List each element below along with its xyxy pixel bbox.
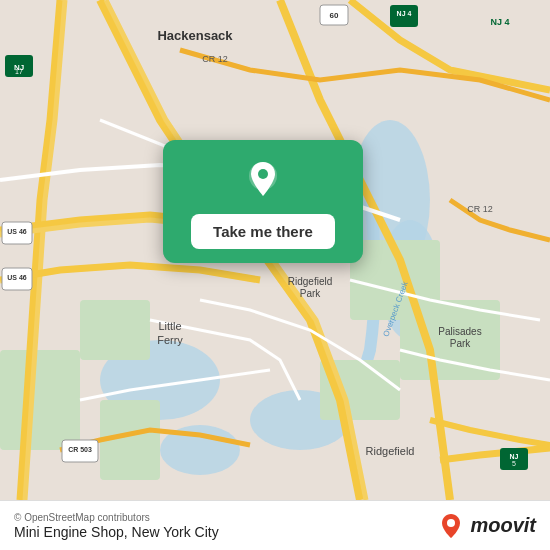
svg-rect-9 [0,350,80,450]
location-popup: Take me there [163,140,363,263]
svg-point-41 [258,169,268,179]
place-name-text: Mini Engine Shop, New York City [14,524,219,540]
svg-text:CR 12: CR 12 [467,204,493,214]
svg-rect-7 [80,300,150,360]
svg-text:Hackensack: Hackensack [157,28,233,43]
svg-text:CR 12: CR 12 [202,54,228,64]
svg-text:NJ 4: NJ 4 [397,10,412,17]
moovit-brand-text: moovit [470,514,536,537]
svg-text:Little: Little [158,320,181,332]
location-pin-icon [241,158,285,202]
attribution-text: © OpenStreetMap contributors [14,512,219,523]
take-me-there-button[interactable]: Take me there [191,214,335,249]
bottom-info: © OpenStreetMap contributors Mini Engine… [14,512,219,540]
svg-text:Ferry: Ferry [157,334,183,346]
svg-text:US 46: US 46 [7,274,27,281]
svg-text:Ridgefield: Ridgefield [288,276,332,287]
svg-text:17: 17 [15,68,23,75]
svg-text:US 46: US 46 [7,228,27,235]
svg-text:5: 5 [512,460,516,467]
bottom-bar: © OpenStreetMap contributors Mini Engine… [0,500,550,550]
svg-text:Park: Park [450,338,472,349]
moovit-logo: moovit [437,512,536,540]
svg-text:Ridgefield: Ridgefield [366,445,415,457]
map-container: NJ 17 US 46 US 46 NJ 4 60 CR 12 CR 12 NJ… [0,0,550,500]
svg-text:Palisades: Palisades [438,326,481,337]
svg-text:Park: Park [300,288,322,299]
moovit-pin-icon [437,512,465,540]
svg-text:60: 60 [330,11,339,20]
svg-text:NJ 4: NJ 4 [490,17,509,27]
svg-text:NJ: NJ [510,453,519,460]
svg-text:CR 503: CR 503 [68,446,92,453]
svg-point-42 [447,519,455,527]
